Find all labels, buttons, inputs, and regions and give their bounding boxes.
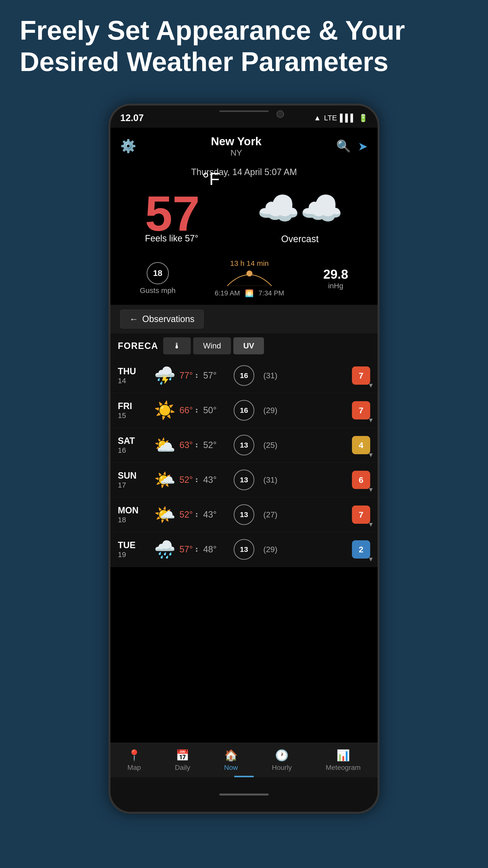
sunset-icon: 🌅 <box>245 289 254 298</box>
wind-gust: (27) <box>259 510 282 519</box>
temp-separator: ⠆ <box>195 405 201 415</box>
day-num: 18 <box>118 516 150 524</box>
temp-high: 57° <box>180 544 193 555</box>
sun-arc-section: 13 h 14 min 6:19 AM 🌅 7:34 PM <box>215 259 284 298</box>
day-col: THU 14 <box>118 366 150 385</box>
camera <box>276 111 284 118</box>
nav-label-map: Map <box>127 764 141 772</box>
nav-item-daily[interactable]: 📅 Daily <box>175 749 190 772</box>
nav-label-meteogram: Meteogram <box>326 764 361 772</box>
wind-gust: (25) <box>259 441 282 450</box>
nav-icon-hourly: 🕐 <box>275 749 289 762</box>
tab-wind[interactable]: Wind <box>193 337 231 354</box>
back-arrow-icon: ← <box>129 314 138 324</box>
sunrise-time: 6:19 AM <box>215 289 240 298</box>
navigation-icon[interactable]: ➤ <box>358 139 368 153</box>
nav-item-hourly[interactable]: 🕐 Hourly <box>272 749 292 772</box>
phone-frame: 12.07 ▲ LTE ▌▌▌ 🔋 ⚙️ New York NY 🔍 ➤ Thu… <box>108 103 380 814</box>
uv-badge: 7 <box>352 366 370 385</box>
temp-separator: ⠆ <box>195 370 201 381</box>
wind-gust: (31) <box>259 475 282 485</box>
thermometer-icon: 🌡 <box>173 341 181 350</box>
wifi-icon: ▲ <box>314 114 321 122</box>
forecast-row[interactable]: SUN 17 🌤️ 52° ⠆ 43° 13 (31) 6 ▾ <box>110 463 378 497</box>
nav-icon-meteogram: 📊 <box>336 749 350 762</box>
temps-col: 52° ⠆ 43° <box>180 475 229 485</box>
phone-bottom-bar <box>110 777 378 812</box>
day-col: MON 18 <box>118 505 150 524</box>
temp-high: 52° <box>180 509 193 520</box>
day-num: 16 <box>118 446 150 455</box>
temp-high: 52° <box>180 475 193 485</box>
uv-badge: 7 <box>352 401 370 420</box>
temp-high: 77° <box>180 370 193 381</box>
search-icon[interactable]: 🔍 <box>336 139 351 153</box>
bottom-navigation: 📍 Map 📅 Daily 🏠 Now 🕐 Hourly 📊 Meteogram <box>110 743 378 777</box>
sunset-time: 7:34 PM <box>259 289 284 298</box>
sun-duration: 13 h 14 min <box>230 259 269 268</box>
weather-emoji: 🌧️ <box>150 539 180 559</box>
wind-speed: 13 <box>234 539 254 560</box>
nav-item-meteogram[interactable]: 📊 Meteogram <box>326 749 361 772</box>
location-info: New York NY <box>211 135 261 158</box>
weather-stats: 18 Gusts mph 13 h 14 min 6:19 AM 🌅 7:34 … <box>110 252 378 305</box>
temp-low: 48° <box>203 544 217 555</box>
chevron-down-icon: ▾ <box>369 485 373 494</box>
day-col: FRI 15 <box>118 401 150 420</box>
battery-icon: 🔋 <box>359 114 368 122</box>
forecast-row[interactable]: FRI 15 ☀️ 66° ⠆ 50° 16 (29) 7 ▾ <box>110 393 378 428</box>
nav-label-now: Now <box>224 764 238 772</box>
temps-col: 52° ⠆ 43° <box>180 509 229 520</box>
weather-icon: ☁️☁️ <box>257 188 343 229</box>
sun-times: 6:19 AM 🌅 7:34 PM <box>215 289 284 298</box>
forecast-row[interactable]: MON 18 🌤️ 52° ⠆ 43° 13 (27) 7 ▾ <box>110 497 378 532</box>
chevron-down-icon: ▾ <box>369 450 373 459</box>
pressure-value: 29.8 <box>323 267 348 282</box>
forecast-row[interactable]: TUE 19 🌧️ 57° ⠆ 48° 13 (29) 2 ▾ <box>110 532 378 567</box>
weather-emoji: 🌤️ <box>150 504 180 525</box>
forecast-tabs: FORECA 🌡 Wind UV <box>110 333 378 358</box>
status-time: 12.07 <box>120 113 144 123</box>
app-content: ⚙️ New York NY 🔍 ➤ Thursday, 14 April 5:… <box>110 128 378 777</box>
power-button <box>378 217 380 251</box>
status-bar: 12.07 ▲ LTE ▌▌▌ 🔋 <box>110 105 378 128</box>
temps-col: 57° ⠆ 48° <box>180 544 229 555</box>
uv-label: UV <box>243 341 254 350</box>
settings-icon[interactable]: ⚙️ <box>120 138 136 154</box>
svg-point-0 <box>247 271 252 276</box>
forecast-row[interactable]: THU 14 ⛈️ 77° ⠆ 57° 16 (31) 7 ▾ <box>110 358 378 393</box>
observations-button[interactable]: ← Observations <box>120 310 203 329</box>
day-name: SAT <box>118 436 150 446</box>
weather-emoji: ⛈️ <box>150 366 180 386</box>
nav-item-now[interactable]: 🏠 Now <box>224 749 238 772</box>
day-col: SUN 17 <box>118 470 150 489</box>
wind-gust: (31) <box>259 371 282 380</box>
tab-temperature[interactable]: 🌡 <box>163 337 191 354</box>
temps-col: 66° ⠆ 50° <box>180 405 229 415</box>
uv-badge: 2 <box>352 540 370 559</box>
temps-col: 77° ⠆ 57° <box>180 370 229 381</box>
day-col: SAT 16 <box>118 436 150 455</box>
day-num: 14 <box>118 376 150 385</box>
home-bar <box>219 794 269 796</box>
wind-gust: (29) <box>259 406 282 415</box>
day-num: 19 <box>118 550 150 559</box>
temp-separator: ⠆ <box>195 475 201 485</box>
nav-item-map[interactable]: 📍 Map <box>127 749 141 772</box>
day-name: THU <box>118 366 150 376</box>
day-num: 17 <box>118 481 150 489</box>
chevron-down-icon: ▾ <box>369 520 373 528</box>
day-name: TUE <box>118 540 150 550</box>
tab-uv[interactable]: UV <box>233 337 264 354</box>
feels-like: Feels like 57° <box>145 233 198 244</box>
pressure-unit: inHg <box>328 282 343 290</box>
weather-emoji: ⛅ <box>150 435 180 455</box>
wind-gust: (29) <box>259 545 282 554</box>
gusts-stat: 18 Gusts mph <box>140 262 175 295</box>
weather-emoji: 🌤️ <box>150 470 180 490</box>
forecast-row[interactable]: SAT 16 ⛅ 63° ⠆ 52° 13 (25) 4 ▾ <box>110 428 378 463</box>
temp-low: 43° <box>203 475 217 485</box>
notch <box>219 111 269 112</box>
temp-low: 43° <box>203 509 217 520</box>
nav-label-daily: Daily <box>175 764 190 772</box>
